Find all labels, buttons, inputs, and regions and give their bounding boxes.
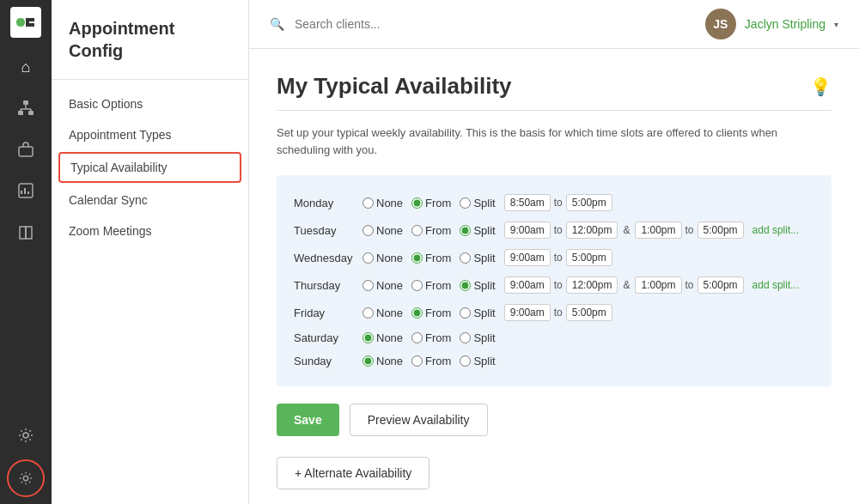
page-description: Set up your typical weekly availability.… xyxy=(277,124,832,158)
friday-none-option[interactable]: None xyxy=(362,307,403,319)
day-label-friday: Friday xyxy=(294,307,362,319)
saturday-split-option[interactable]: Split xyxy=(460,331,495,344)
monday-split-option[interactable]: Split xyxy=(460,197,495,209)
sidebar: Appointment Config Basic Options Appoint… xyxy=(52,0,249,504)
org-nav-icon[interactable] xyxy=(7,89,45,127)
book-nav-icon[interactable] xyxy=(7,213,45,251)
thursday-to-label: to xyxy=(554,279,563,291)
page-divider xyxy=(277,110,832,111)
tuesday-to-label: to xyxy=(554,224,563,236)
settings-active-nav-icon[interactable] xyxy=(7,459,45,497)
sidebar-title: Appointment Config xyxy=(52,17,248,79)
day-label-monday: Monday xyxy=(294,197,362,209)
sunday-radio-group: None From Split xyxy=(362,355,501,367)
tuesday-radio-group: None From Split xyxy=(362,224,501,237)
content: My Typical Availability 💡 Set up your ty… xyxy=(249,49,859,504)
home-nav-icon[interactable]: ⌂ xyxy=(7,48,45,86)
sidebar-divider xyxy=(52,79,248,80)
settings-nav-icon[interactable] xyxy=(7,416,45,454)
monday-time-to[interactable]: 5:00pm xyxy=(566,194,612,211)
alternate-availability-section: + Alternate Availability xyxy=(277,457,832,489)
sidebar-item-calendar-sync[interactable]: Calendar Sync xyxy=(52,185,248,216)
monday-none-option[interactable]: None xyxy=(362,197,403,209)
thursday-amp: & xyxy=(623,279,630,291)
wednesday-none-option[interactable]: None xyxy=(362,252,403,264)
monday-time-inputs: 8:50am to 5:00pm xyxy=(504,194,612,211)
wednesday-time-to[interactable]: 5:00pm xyxy=(566,249,612,266)
dropdown-arrow-icon[interactable]: ▾ xyxy=(834,20,838,29)
wednesday-time-from[interactable]: 9:00am xyxy=(504,249,551,266)
thursday-split-option[interactable]: Split xyxy=(460,279,495,292)
table-row: Saturday None From Split xyxy=(294,326,814,349)
day-label-thursday: Thursday xyxy=(294,279,362,292)
logo xyxy=(10,7,41,38)
tuesday-split-from[interactable]: 1:00pm xyxy=(635,222,681,239)
day-label-saturday: Saturday xyxy=(294,331,362,344)
thursday-radio-group: None From Split xyxy=(362,279,501,292)
wednesday-split-option[interactable]: Split xyxy=(460,252,495,264)
sunday-from-option[interactable]: From xyxy=(411,355,451,367)
thursday-split-to[interactable]: 5:00pm xyxy=(698,276,744,294)
svg-rect-1 xyxy=(23,100,28,105)
svg-point-14 xyxy=(23,476,27,480)
tuesday-split-to-label: to xyxy=(685,224,694,236)
page-title: My Typical Availability xyxy=(277,73,512,100)
sidebar-item-typical-availability[interactable]: Typical Availability xyxy=(58,152,241,183)
svg-rect-2 xyxy=(18,111,23,115)
tuesday-amp: & xyxy=(623,224,630,236)
table-row: Friday None From Split 9:00am to 5:00pm xyxy=(294,299,814,326)
sunday-split-option[interactable]: Split xyxy=(460,355,495,367)
availability-grid: Monday None From Split 8:50am to 5:00pm … xyxy=(277,175,832,386)
user-name[interactable]: Jaclyn Stripling xyxy=(745,17,825,31)
tuesday-none-option[interactable]: None xyxy=(362,224,403,237)
tuesday-split-to[interactable]: 5:00pm xyxy=(698,222,744,239)
friday-time-to[interactable]: 5:00pm xyxy=(566,304,612,321)
thursday-time-from[interactable]: 9:00am xyxy=(504,276,551,294)
info-icon[interactable]: 💡 xyxy=(810,76,832,97)
friday-time-from[interactable]: 9:00am xyxy=(504,304,551,321)
svg-point-13 xyxy=(23,433,28,438)
thursday-split-from[interactable]: 1:00pm xyxy=(635,276,681,294)
saturday-from-option[interactable]: From xyxy=(411,331,451,344)
tuesday-time-from[interactable]: 9:00am xyxy=(504,222,551,239)
briefcase-nav-icon[interactable] xyxy=(7,131,45,168)
nav-bar: ⌂ xyxy=(0,0,52,504)
save-button[interactable]: Save xyxy=(277,404,339,436)
tuesday-time-inputs: 9:00am to 12:00pm & 1:00pm to 5:00pm add… xyxy=(504,222,800,239)
thursday-add-split[interactable]: add split... xyxy=(752,279,800,291)
thursday-time-to[interactable]: 12:00pm xyxy=(566,276,618,294)
avatar: JS xyxy=(705,9,736,39)
day-label-sunday: Sunday xyxy=(294,355,362,367)
day-label-tuesday: Tuesday xyxy=(294,224,362,237)
friday-from-option[interactable]: From xyxy=(411,307,451,319)
tuesday-time-to[interactable]: 12:00pm xyxy=(566,222,618,239)
sunday-none-option[interactable]: None xyxy=(362,355,403,367)
day-label-wednesday: Wednesday xyxy=(294,252,362,264)
friday-to-label: to xyxy=(554,307,563,319)
report-nav-icon[interactable] xyxy=(7,172,45,209)
search-icon: 🔍 xyxy=(270,17,284,31)
search-input[interactable] xyxy=(295,17,695,31)
saturday-none-option[interactable]: None xyxy=(362,331,403,344)
wednesday-from-option[interactable]: From xyxy=(411,252,451,264)
monday-to-label: to xyxy=(554,197,563,209)
table-row: Sunday None From Split xyxy=(294,349,814,373)
preview-availability-button[interactable]: Preview Availability xyxy=(350,404,488,436)
header: 🔍 JS Jaclyn Stripling ▾ xyxy=(249,0,859,49)
thursday-time-inputs: 9:00am to 12:00pm & 1:00pm to 5:00pm add… xyxy=(504,276,800,294)
tuesday-add-split[interactable]: add split... xyxy=(752,224,800,236)
tuesday-from-option[interactable]: From xyxy=(411,224,451,237)
alternate-availability-button[interactable]: + Alternate Availability xyxy=(277,457,430,489)
wednesday-time-inputs: 9:00am to 5:00pm xyxy=(504,249,612,266)
table-row: Thursday None From Split 9:00am to 12:00… xyxy=(294,271,814,299)
monday-from-option[interactable]: From xyxy=(411,197,451,209)
tuesday-split-option[interactable]: Split xyxy=(460,224,495,237)
sidebar-item-appointment-types[interactable]: Appointment Types xyxy=(52,119,248,150)
svg-rect-8 xyxy=(19,147,33,156)
thursday-none-option[interactable]: None xyxy=(362,279,403,292)
sidebar-item-basic-options[interactable]: Basic Options xyxy=(52,88,248,119)
friday-split-option[interactable]: Split xyxy=(460,307,495,319)
sidebar-item-zoom-meetings[interactable]: Zoom Meetings xyxy=(52,216,248,246)
monday-time-from[interactable]: 8:50am xyxy=(504,194,551,211)
thursday-from-option[interactable]: From xyxy=(411,279,451,292)
